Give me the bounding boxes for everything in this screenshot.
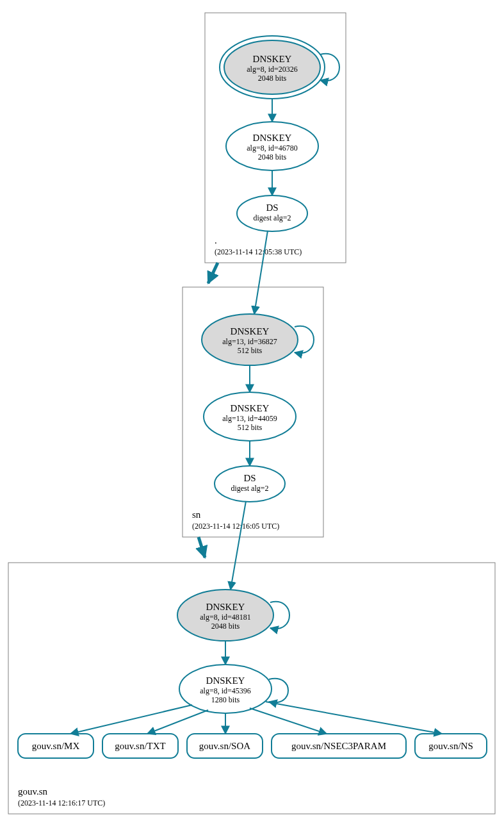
- svg-text:DNSKEY: DNSKEY: [206, 675, 245, 686]
- svg-text:alg=8, id=46780: alg=8, id=46780: [247, 144, 298, 153]
- node-sn-dnskey1: DNSKEY alg=13, id=36827 512 bits: [202, 314, 298, 365]
- svg-text:DNSKEY: DNSKEY: [231, 403, 270, 413]
- svg-text:alg=13, id=44059: alg=13, id=44059: [222, 414, 277, 423]
- svg-text:DNSKEY: DNSKEY: [231, 326, 270, 336]
- zone-gouvsn-label: gouv.sn: [18, 786, 48, 797]
- svg-text:gouv.sn/NS: gouv.sn/NS: [428, 741, 473, 751]
- node-sn-ds: DS digest alg=2: [215, 466, 285, 502]
- zone-sn-label: sn: [192, 509, 201, 520]
- edge-gouvsn-dnskey2-mx: [70, 705, 192, 734]
- svg-text:alg=8, id=20326: alg=8, id=20326: [247, 65, 298, 74]
- node-sn-dnskey2: DNSKEY alg=13, id=44059 512 bits: [204, 392, 296, 441]
- zone-gouvsn: gouv.sn (2023-11-14 12:16:17 UTC) DNSKEY…: [8, 501, 495, 814]
- svg-text:2048 bits: 2048 bits: [258, 74, 287, 83]
- svg-text:gouv.sn/NSEC3PARAM: gouv.sn/NSEC3PARAM: [291, 741, 386, 751]
- node-gouvsn-dnskey2: DNSKEY alg=8, id=45396 1280 bits: [179, 665, 272, 713]
- svg-text:digest alg=2: digest alg=2: [253, 213, 291, 222]
- zone-root-timestamp: (2023-11-14 12:05:38 UTC): [215, 247, 302, 256]
- zone-sn-timestamp: (2023-11-14 12:16:05 UTC): [192, 522, 279, 531]
- svg-text:DNSKEY: DNSKEY: [253, 54, 292, 64]
- edge-root-ds-sn-dnskey1: [254, 231, 268, 314]
- zone-root: . (2023-11-14 12:05:38 UTC) DNSKEY alg=8…: [205, 13, 346, 263]
- leaf-nsec3param: gouv.sn/NSEC3PARAM: [272, 734, 406, 758]
- svg-text:DNSKEY: DNSKEY: [253, 133, 292, 143]
- svg-text:alg=8, id=45396: alg=8, id=45396: [200, 686, 251, 695]
- svg-text:1280 bits: 1280 bits: [211, 695, 240, 704]
- node-root-ds: DS digest alg=2: [237, 195, 307, 231]
- svg-text:DS: DS: [266, 203, 278, 213]
- edge-gouvsn-dnskey2-ns: [266, 702, 442, 734]
- edge-zonebox-sn-gouvsn: [199, 537, 205, 558]
- svg-text:gouv.sn/MX: gouv.sn/MX: [32, 741, 80, 751]
- leaf-ns: gouv.sn/NS: [415, 734, 487, 758]
- svg-text:DNSKEY: DNSKEY: [206, 602, 245, 612]
- svg-text:2048 bits: 2048 bits: [211, 622, 240, 631]
- edge-gouvsn-dnskey2-nsec3param: [250, 708, 327, 734]
- zone-sn: sn (2023-11-14 12:16:05 UTC) DNSKEY alg=…: [183, 231, 323, 537]
- dnssec-diagram: . (2023-11-14 12:05:38 UTC) DNSKEY alg=8…: [0, 0, 504, 819]
- node-root-dnskey2: DNSKEY alg=8, id=46780 2048 bits: [226, 122, 318, 170]
- svg-text:DS: DS: [243, 473, 256, 483]
- zone-root-label: .: [215, 235, 217, 245]
- edge-sn-ds-gouvsn-dnskey1: [231, 501, 246, 590]
- svg-text:gouv.sn/SOA: gouv.sn/SOA: [199, 741, 250, 751]
- leaf-txt: gouv.sn/TXT: [102, 734, 178, 758]
- svg-text:gouv.sn/TXT: gouv.sn/TXT: [115, 741, 165, 751]
- leaf-mx: gouv.sn/MX: [18, 734, 93, 758]
- svg-text:512 bits: 512 bits: [238, 423, 263, 432]
- svg-text:512 bits: 512 bits: [238, 346, 263, 355]
- leaf-soa: gouv.sn/SOA: [187, 734, 263, 758]
- svg-text:digest alg=2: digest alg=2: [231, 484, 268, 493]
- node-root-dnskey1: DNSKEY alg=8, id=20326 2048 bits: [220, 36, 325, 99]
- edge-zonebox-root-sn: [208, 263, 218, 283]
- node-gouvsn-dnskey1: DNSKEY alg=8, id=48181 2048 bits: [177, 590, 273, 641]
- svg-text:2048 bits: 2048 bits: [258, 153, 287, 161]
- svg-text:alg=13, id=36827: alg=13, id=36827: [222, 337, 277, 346]
- svg-text:alg=8, id=48181: alg=8, id=48181: [200, 613, 251, 622]
- zone-gouvsn-timestamp: (2023-11-14 12:16:17 UTC): [18, 798, 105, 807]
